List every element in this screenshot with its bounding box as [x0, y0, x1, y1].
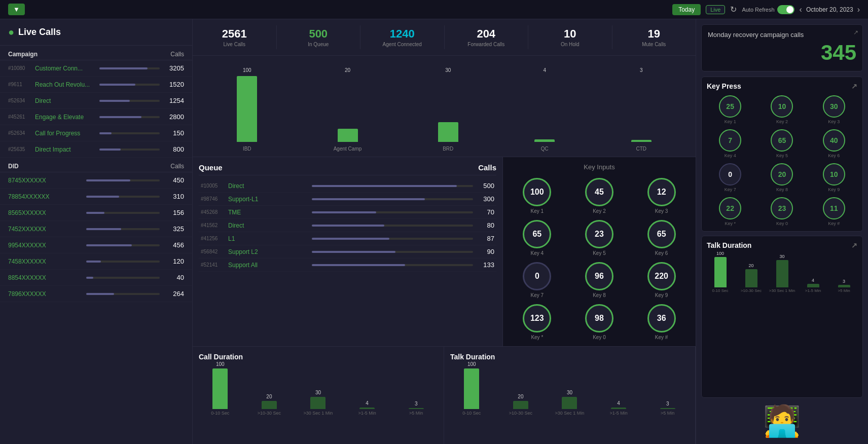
- queue-calls-label: Calls: [478, 163, 496, 172]
- kp-item: 7 Key 4: [707, 129, 753, 158]
- prev-date-button[interactable]: ‹: [800, 5, 802, 14]
- row-value: 150: [164, 129, 184, 137]
- table-row: #10080 Customer Conn... 3205: [0, 60, 192, 77]
- campaign-card-name: Monday recovery campaign calls: [708, 31, 856, 39]
- queue-row-name: Direct: [228, 222, 309, 229]
- mini-bar-val: 4: [366, 400, 369, 406]
- td-bar-group: 3 >5 Min: [830, 279, 857, 293]
- row-bar: [99, 84, 160, 86]
- did-row-bar: [86, 277, 160, 279]
- mini-bar-group: 100 0-10 Sec: [450, 361, 493, 416]
- key-knob: 45: [585, 178, 613, 206]
- expand-icon[interactable]: ↗: [853, 29, 858, 36]
- kp-knob: 11: [823, 197, 845, 219]
- queue-row-name: Support All: [228, 262, 309, 269]
- panel-title-text: Live Calls: [18, 27, 61, 38]
- did-row-value: 40: [164, 274, 184, 281]
- key-name: Key 7: [531, 292, 544, 298]
- stat-forwarded: 204 Forwarded Calls: [445, 25, 529, 49]
- center-mid: Queue Calls #10005 Direct 500 #98746 Sup…: [193, 157, 696, 347]
- auto-refresh-toggle[interactable]: [777, 5, 794, 14]
- queue-row: #52141 Support All 133: [199, 258, 496, 272]
- queue-panel: Queue Calls #10005 Direct 500 #98746 Sup…: [193, 157, 503, 346]
- refresh-icon[interactable]: ↻: [730, 5, 737, 14]
- stat-mute-calls: 19 Mute Calls: [612, 25, 696, 49]
- row-value: 1520: [164, 81, 184, 88]
- key-item: 96 Key 8: [571, 262, 628, 298]
- row-id: #9611: [8, 82, 31, 87]
- td-val: 100: [716, 251, 724, 256]
- key-press-label: Key Press: [707, 82, 741, 90]
- row-value: 800: [164, 145, 184, 153]
- key-inputs-grid: 100 Key 1 45 Key 2 12 Key 3 65 Key 4 23 …: [509, 178, 690, 340]
- mini-bar: [513, 401, 528, 409]
- table-row: #52634 Call for Progress 150: [0, 125, 192, 141]
- queue-row-value: 133: [476, 261, 494, 269]
- right-panel: ↗ Monday recovery campaign calls 345 Key…: [696, 19, 868, 444]
- mini-bar-lbl: >1-5 Min: [609, 411, 627, 416]
- call-duration-title: Call Duration: [199, 353, 438, 361]
- today-button[interactable]: Today: [672, 4, 701, 15]
- row-value: 2800: [164, 113, 184, 121]
- did-row-name: 8565XXXXXX: [8, 209, 82, 216]
- row-name: Engage & Elevate: [35, 114, 95, 121]
- kp-knob: 65: [771, 129, 793, 152]
- queue-row: #41562 Direct 80: [199, 219, 496, 232]
- table-row: #9611 Reach Out Revolu... 1520: [0, 77, 192, 93]
- queue-row-id: #41562: [201, 223, 225, 228]
- mini-bar-group: 30 >30 Sec 1 Min: [548, 390, 591, 416]
- row-bar: [99, 149, 160, 151]
- table-row: #25635 Direct Impact 800: [0, 141, 192, 158]
- key-press-expand[interactable]: ↗: [851, 82, 857, 90]
- table-row: 9954XXXXXX 456: [0, 237, 192, 253]
- queue-row-name: L1: [228, 235, 309, 242]
- queue-row-value: 90: [476, 248, 494, 255]
- queue-title: Queue Calls: [199, 163, 496, 175]
- next-date-button[interactable]: ›: [857, 5, 860, 14]
- kp-knob: 40: [823, 129, 845, 152]
- mini-bar: [464, 368, 479, 409]
- kp-item: 11 Key #: [811, 197, 857, 226]
- filter-button[interactable]: ▼: [8, 4, 25, 15]
- queue-row: #41256 L1 87: [199, 232, 496, 245]
- key-item: 23 Key 5: [571, 220, 628, 256]
- bar-label: IBD: [243, 146, 251, 152]
- kp-item: 30 Key 3: [811, 95, 857, 124]
- key-name: Key 3: [655, 208, 668, 214]
- td-lbl: >10-30 Sec: [741, 288, 762, 293]
- talk-duration-expand[interactable]: ↗: [851, 241, 857, 249]
- mini-bar-val: 30: [567, 390, 572, 395]
- kp-item: 0 Key 7: [707, 163, 753, 192]
- key-knob: 100: [523, 178, 551, 206]
- campaign-label: Campaign: [8, 51, 38, 58]
- top-chart: 100 IBD 20 Agent Camp 30 BRD 4 QC 3 CTD: [193, 56, 696, 157]
- key-press-section: Key Press ↗ 25 Key 1 10 Key 2 30 Key 3 7…: [701, 77, 863, 232]
- table-row: 7452XXXXXX 325: [0, 221, 192, 237]
- kp-knob: 30: [823, 95, 845, 118]
- talk-duration-center-title: Talk Duration: [450, 353, 689, 361]
- queue-title-label: Queue: [199, 163, 223, 172]
- mini-bar-val: 20: [518, 394, 523, 399]
- queue-row-bar: [312, 225, 473, 227]
- kp-label: Key 0: [776, 221, 788, 226]
- stat-agent-connected: 1240 Agent Connected: [360, 25, 445, 49]
- td-bar-group: 20 >10-30 Sec: [738, 263, 765, 293]
- queue-row-id: #56842: [201, 249, 225, 254]
- queue-row-id: #45268: [201, 209, 225, 215]
- queue-row-name: Support-L1: [228, 196, 309, 203]
- stat-in-queue: 500 In Queue: [277, 25, 361, 49]
- did-row-bar: [86, 244, 160, 246]
- queue-row-bar: [312, 211, 473, 213]
- center-area: 2561 Live Calls 500 In Queue 1240 Agent …: [193, 19, 696, 444]
- kp-label: Key 8: [776, 187, 788, 192]
- kp-knob: 22: [719, 197, 741, 219]
- key-knob: 123: [523, 304, 551, 332]
- did-row-bar: [86, 293, 160, 295]
- queue-row-id: #41256: [201, 236, 225, 241]
- bar-group: 100 IBD: [237, 67, 257, 152]
- live-indicator: ●: [8, 26, 14, 38]
- queue-row-value: 80: [476, 221, 494, 229]
- queue-row-bar: [312, 238, 473, 240]
- talk-duration-right-title: Talk Duration ↗: [707, 241, 857, 249]
- did-row-bar: [86, 212, 160, 214]
